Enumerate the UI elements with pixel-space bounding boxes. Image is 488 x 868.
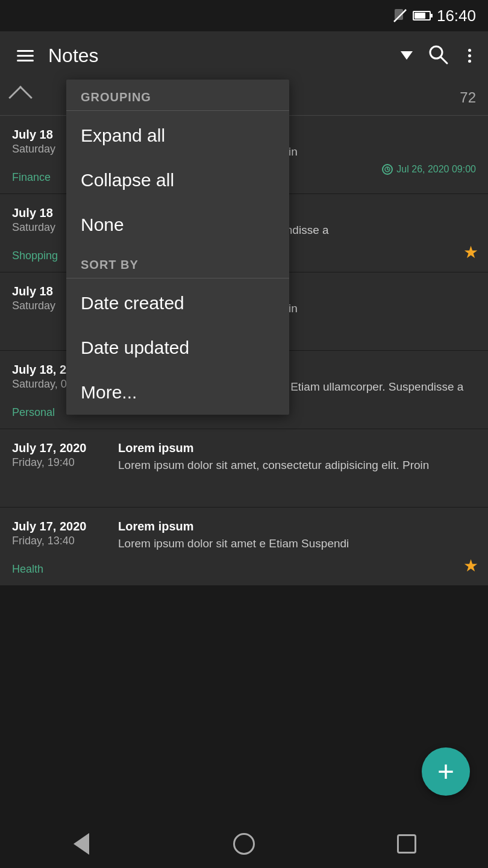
status-time: 16:40 xyxy=(437,7,476,25)
sort-by-section-label: SORT BY xyxy=(66,247,289,278)
dropdown-arrow-icon xyxy=(401,51,413,60)
alarm-icon xyxy=(382,164,393,175)
plus-icon: + xyxy=(437,757,454,786)
menu-icon[interactable] xyxy=(12,45,39,66)
star-icon: ★ xyxy=(463,242,478,262)
date-updated-item[interactable]: Date updated xyxy=(66,326,289,370)
note-content: Lorem ipsum Lorem ipsum dolor sit amet, … xyxy=(118,441,476,497)
grouping-section-label: GROUPING xyxy=(66,80,289,110)
back-icon xyxy=(74,833,89,855)
home-button[interactable] xyxy=(226,826,262,862)
note-count: 72 xyxy=(460,89,476,106)
note-date-main: July 17, 2020 xyxy=(12,441,108,455)
search-button[interactable] xyxy=(422,39,454,72)
note-body: Lorem ipsum dolor sit amet e Etiam Suspe… xyxy=(118,536,476,552)
list-item[interactable]: July 17, 2020 Friday, 19:40 Lorem ipsum … xyxy=(0,429,488,508)
more-item[interactable]: More... xyxy=(66,370,289,415)
note-title: Lorem ipsum xyxy=(118,520,476,533)
back-button[interactable] xyxy=(63,826,99,862)
more-options-button[interactable] xyxy=(463,44,476,68)
dropdown-menu: GROUPING Expand all Collapse all None SO… xyxy=(66,80,289,415)
app-title: Notes xyxy=(48,45,389,67)
battery-icon xyxy=(413,11,431,20)
toolbar: Notes xyxy=(0,31,488,80)
navigation-bar xyxy=(0,820,488,868)
note-date-col: July 17, 2020 Friday, 13:40 Health xyxy=(12,520,108,576)
status-bar: 16:40 xyxy=(0,0,488,31)
collapse-chevron-icon[interactable] xyxy=(8,86,33,110)
note-date-sub: Friday, 19:40 xyxy=(12,456,108,469)
status-icons: 16:40 xyxy=(393,7,476,25)
alarm-text: Jul 26, 2020 09:00 xyxy=(396,164,476,175)
recents-button[interactable] xyxy=(389,826,425,862)
divider xyxy=(66,278,289,278)
note-date-main: July 17, 2020 xyxy=(12,520,108,533)
star-icon: ★ xyxy=(463,556,478,576)
none-item[interactable]: None xyxy=(66,203,289,247)
list-item[interactable]: July 17, 2020 Friday, 13:40 Health Lorem… xyxy=(0,508,488,586)
note-tag: Health xyxy=(12,557,108,576)
svg-line-7 xyxy=(387,169,389,170)
note-date-sub: Friday, 13:40 xyxy=(12,535,108,547)
sim-icon xyxy=(393,9,407,22)
collapse-all-item[interactable]: Collapse all xyxy=(66,158,289,203)
recents-icon xyxy=(397,834,416,854)
note-date-col: July 17, 2020 Friday, 19:40 xyxy=(12,441,108,497)
divider xyxy=(66,110,289,111)
date-created-item[interactable]: Date created xyxy=(66,281,289,326)
note-body: Lorem ipsum dolor sit amet, consectetur … xyxy=(118,458,476,474)
home-icon xyxy=(233,833,255,855)
note-content: Lorem ipsum Lorem ipsum dolor sit amet e… xyxy=(118,520,476,576)
svg-line-4 xyxy=(440,57,447,63)
expand-all-item[interactable]: Expand all xyxy=(66,113,289,158)
note-title: Lorem ipsum xyxy=(118,441,476,455)
add-note-button[interactable]: + xyxy=(422,747,470,796)
